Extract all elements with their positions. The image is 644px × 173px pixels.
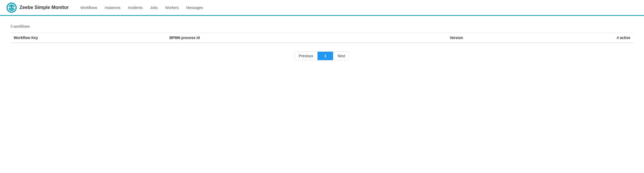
svg-rect-8 (14, 7, 15, 8)
navbar: Zeebe Simple Monitor Workflows Instances… (0, 0, 644, 16)
col-header-workflow-key: Workflow Key (11, 33, 166, 43)
nav-workers[interactable]: Workers (162, 3, 182, 12)
brand-title: Zeebe Simple Monitor (19, 5, 69, 10)
table-header: Workflow Key BPMN process id Version # a… (11, 33, 633, 43)
page-1-button[interactable]: 1 (318, 52, 333, 60)
table-header-row: Workflow Key BPMN process id Version # a… (11, 33, 633, 43)
nav-jobs[interactable]: Jobs (147, 3, 161, 12)
brand-logo-icon (6, 2, 17, 13)
nav-incidents[interactable]: Incidents (125, 3, 146, 12)
nav-workflows[interactable]: Workflows (77, 3, 100, 12)
main-content: 0 workflows Workflow Key BPMN process id… (0, 16, 644, 69)
pagination: Previous 1 Next (294, 51, 350, 60)
brand-link[interactable]: Zeebe Simple Monitor (6, 2, 69, 13)
col-header-version: Version (447, 33, 540, 43)
nav-messages[interactable]: Messages (183, 3, 206, 12)
col-header-bpmn: BPMN process id (166, 33, 447, 43)
col-header-active: # active (540, 33, 633, 43)
next-button[interactable]: Next (333, 52, 349, 60)
svg-point-5 (10, 7, 11, 7)
workflows-table: Workflow Key BPMN process id Version # a… (11, 33, 633, 43)
nav-links: Workflows Instances Incidents Jobs Worke… (77, 3, 206, 12)
workflows-count: 0 workflows (11, 24, 633, 28)
svg-point-6 (13, 7, 13, 7)
table-container: Workflow Key BPMN process id Version # a… (11, 33, 633, 43)
svg-rect-7 (8, 7, 9, 8)
nav-instances[interactable]: Instances (101, 3, 124, 12)
previous-button[interactable]: Previous (295, 52, 318, 60)
pagination-container: Previous 1 Next (11, 51, 633, 60)
